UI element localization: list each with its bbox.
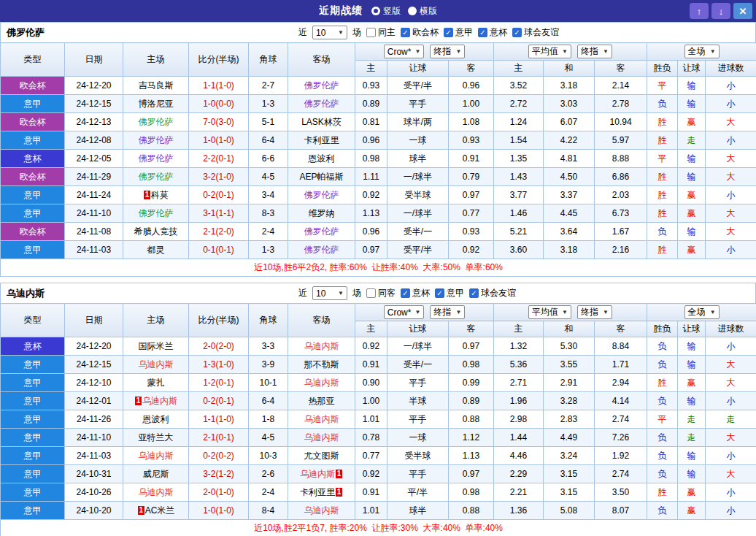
filter-checkbox-checked[interactable]: ✓欧会杯 (401, 26, 439, 39)
odds-company-select[interactable]: Crow*▼ (384, 305, 425, 319)
score-cell[interactable]: 1-0(0-0) (189, 95, 249, 113)
score-cell[interactable]: 3-2(1-2) (189, 465, 249, 483)
away-team-cell[interactable]: 卡利亚里 (288, 131, 355, 150)
col-ah-away: 客 (449, 61, 494, 77)
period-select[interactable]: 全场▼ (684, 45, 720, 58)
date-cell: 24-12-15 (65, 356, 123, 374)
match-count-select[interactable]: 10▼ (312, 286, 347, 300)
filter-checkbox-checked[interactable]: ✓意杯 (478, 26, 507, 39)
score-cell[interactable]: 1-1(1-0) (189, 410, 249, 429)
away-team-cell[interactable]: 乌迪内斯1 (288, 465, 355, 483)
europe-time-select[interactable]: 终指▼ (577, 45, 612, 58)
filter-checkbox-checked[interactable]: ✓球会友谊 (469, 287, 516, 299)
home-team-cell[interactable]: 乌迪内斯 (123, 483, 189, 502)
score-cell[interactable]: 3-2(1-0) (189, 168, 249, 186)
away-team-cell[interactable]: 尤文图斯 (288, 447, 355, 465)
filter-label: 球会友谊 (524, 26, 559, 39)
filter-checkbox-checked[interactable]: ✓意杯 (401, 287, 430, 299)
away-team-cell[interactable]: 维罗纳 (288, 204, 355, 223)
score-cell[interactable]: 7-0(3-0) (189, 113, 249, 131)
home-team-cell[interactable]: 佛罗伦萨 (123, 204, 189, 223)
score-cell[interactable]: 0-1(0-1) (189, 241, 249, 259)
corners-cell: 5-1 (249, 113, 288, 131)
match-row: 意甲24-11-10佛罗伦萨3-1(1-1)8-3维罗纳1.13一/球半0.77… (1, 204, 756, 223)
score-cell[interactable]: 1-2(0-1) (189, 374, 249, 392)
away-team-cell[interactable]: 乌迪内斯 (288, 502, 355, 520)
view-option[interactable]: 横版 (408, 5, 437, 18)
period-select[interactable]: 全场▼ (684, 305, 720, 319)
recent-label: 近 (298, 287, 307, 299)
away-team-cell[interactable]: 佛罗伦萨 (288, 186, 355, 204)
view-option-selected[interactable]: 竖版 (371, 5, 401, 18)
score-cell[interactable]: 2-1(0-1) (189, 429, 249, 447)
team-name-text: 乌迪内斯 (304, 505, 339, 516)
away-team-cell[interactable]: 乌迪内斯 (288, 337, 355, 356)
home-team-cell[interactable]: 希腊人竞技 (123, 223, 189, 241)
score-cell[interactable]: 3-1(1-1) (189, 204, 249, 223)
home-team-cell[interactable]: 博洛尼亚 (123, 95, 189, 113)
filter-checkbox-unchecked[interactable]: 同主 (366, 26, 396, 39)
odds-company-select[interactable]: Crow*▼ (384, 45, 425, 58)
score-cell[interactable]: 1-0(1-0) (189, 502, 249, 520)
match-count-select[interactable]: 10▼ (312, 26, 347, 39)
select-value: 终指 (433, 306, 451, 318)
away-team-cell[interactable]: 佛罗伦萨 (288, 241, 355, 259)
score-cell[interactable]: 0-2(0-1) (189, 186, 249, 204)
score-cell[interactable]: 2-0(1-0) (189, 483, 249, 502)
away-team-cell[interactable]: 热那亚 (288, 392, 355, 410)
score-cell[interactable]: 0-2(0-2) (189, 447, 249, 465)
score-cell[interactable]: 2-2(0-1) (189, 150, 249, 168)
home-team-cell[interactable]: 蒙扎 (123, 374, 189, 392)
away-team-cell[interactable]: 乌迪内斯 (288, 410, 355, 429)
score-cell[interactable]: 1-1(1-0) (189, 77, 249, 95)
avg-odds-select[interactable]: 平均值▼ (528, 45, 571, 58)
home-team-cell[interactable]: 1AC米兰 (123, 502, 189, 520)
move-up-button[interactable]: ↑ (690, 3, 709, 19)
home-team-cell[interactable]: 乌迪内斯 (123, 356, 189, 374)
home-team-cell[interactable]: 亚特兰大 (123, 429, 189, 447)
away-team-cell[interactable]: 卡利亚里1 (288, 483, 355, 502)
score-cell[interactable]: 1-0(1-0) (189, 131, 249, 150)
away-team-cell[interactable]: 乌迪内斯 (288, 374, 355, 392)
home-team-cell[interactable]: 1科莫 (123, 186, 189, 204)
score-cell[interactable]: 2-0(2-0) (189, 337, 249, 356)
score-cell[interactable]: 0-2(0-1) (189, 392, 249, 410)
home-team-cell[interactable]: 国际米兰 (123, 337, 189, 356)
close-button[interactable]: ✕ (733, 3, 752, 19)
home-team-cell[interactable]: 佛罗伦萨 (123, 113, 189, 131)
home-team-cell[interactable]: 吉马良斯 (123, 77, 189, 95)
move-down-button[interactable]: ↓ (711, 3, 730, 19)
score-cell[interactable]: 2-1(2-0) (189, 223, 249, 241)
select-value: 终指 (581, 45, 598, 58)
home-team-cell[interactable]: 1乌迪内斯 (123, 392, 189, 410)
ah-home-odds-cell: 0.98 (355, 150, 387, 168)
away-team-cell[interactable]: 佛罗伦萨 (288, 95, 355, 113)
home-team-cell[interactable]: 威尼斯 (123, 465, 189, 483)
corners-cell: 6-6 (249, 150, 288, 168)
score-cell[interactable]: 1-3(1-0) (189, 356, 249, 374)
europe-time-select[interactable]: 终指▼ (577, 305, 612, 319)
ah-home-odds-cell: 0.92 (355, 465, 387, 483)
home-team-cell[interactable]: 恩波利 (123, 410, 189, 429)
away-team-cell[interactable]: AEP帕福斯 (288, 168, 355, 186)
filter-checkbox-checked[interactable]: ✓球会友谊 (512, 26, 559, 39)
away-team-cell[interactable]: 恩波利 (288, 150, 355, 168)
home-team-cell[interactable]: 佛罗伦萨 (123, 131, 189, 150)
handicap-time-select[interactable]: 终指▼ (430, 45, 465, 58)
away-team-cell[interactable]: 佛罗伦萨 (288, 223, 355, 241)
wdl-result-cell: 负 (647, 465, 678, 483)
filter-checkbox-checked[interactable]: ✓意甲 (435, 287, 464, 299)
away-team-cell[interactable]: 佛罗伦萨 (288, 77, 355, 95)
filter-checkbox-unchecked[interactable]: 同客 (366, 287, 396, 299)
avg-odds-select[interactable]: 平均值▼ (528, 305, 571, 319)
home-team-cell[interactable]: 乌迪内斯 (123, 447, 189, 465)
handicap-time-select[interactable]: 终指▼ (430, 305, 465, 319)
away-team-cell[interactable]: 乌迪内斯 (288, 429, 355, 447)
home-team-cell[interactable]: 佛罗伦萨 (123, 150, 189, 168)
handicap-line-cell: 受半球 (387, 447, 449, 465)
filter-checkbox-checked[interactable]: ✓意甲 (444, 26, 473, 39)
away-team-cell[interactable]: 那不勒斯 (288, 356, 355, 374)
away-team-cell[interactable]: LASK林茨 (288, 113, 355, 131)
home-team-cell[interactable]: 都灵 (123, 241, 189, 259)
home-team-cell[interactable]: 佛罗伦萨 (123, 168, 189, 186)
